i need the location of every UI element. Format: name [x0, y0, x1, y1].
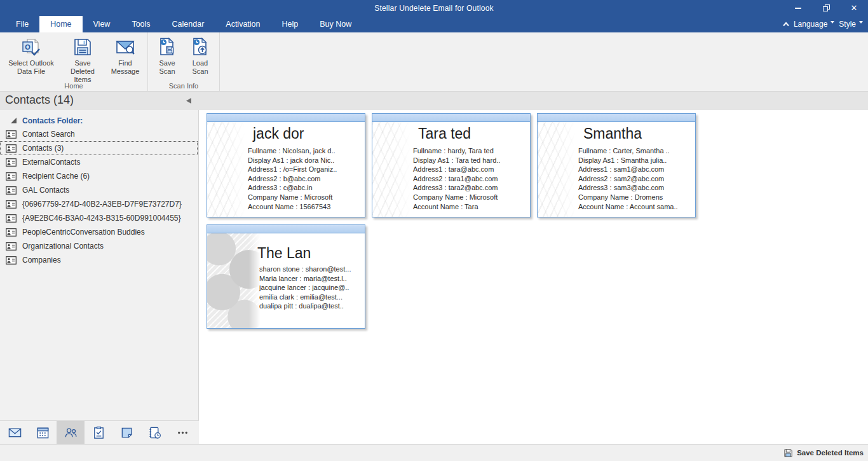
contact-card-icon [6, 242, 17, 251]
card-watermark [207, 122, 245, 217]
ribbon-group-label-scan-info: Scan Info [148, 82, 219, 90]
find-message-button[interactable]: Find Message [105, 34, 145, 76]
tab-activation[interactable]: Activation [215, 16, 271, 32]
tab-view[interactable]: View [83, 16, 121, 32]
card-watermark [207, 233, 261, 328]
minimize-icon [795, 8, 801, 9]
card-field: Address1 : sam1@abc.com [578, 165, 695, 174]
tab-calendar[interactable]: Calendar [161, 16, 215, 32]
save-icon [783, 448, 793, 458]
card-field: Fullname : Nicolsan, jack d.. [248, 146, 365, 156]
nav-people-button[interactable] [57, 421, 85, 444]
tree-root-contacts-folder[interactable]: Contacts Folder: [0, 114, 198, 127]
mail-icon [8, 425, 22, 440]
card-body: Smantha Fullname : Carter, Smantha .. Di… [538, 122, 695, 217]
save-deleted-items-status-button[interactable]: Save Deleted Items [783, 444, 864, 461]
sidebar-item-externalcontacts[interactable]: ExternalContacts [0, 155, 198, 169]
close-icon: ✕ [851, 4, 858, 12]
tab-buy-now[interactable]: Buy Now [309, 16, 362, 32]
card-field: sharon stone : sharon@test... [259, 265, 365, 274]
journal-icon [147, 425, 162, 440]
contact-card-icon [6, 214, 17, 223]
ellipsis-icon [175, 425, 190, 440]
collapse-sidebar-arrow-icon[interactable] [186, 98, 191, 104]
close-button[interactable]: ✕ [840, 0, 868, 16]
card-field: Account Name : Tara [413, 202, 530, 212]
card-field: Company Name : Microsoft [248, 193, 365, 202]
sidebar-item-organizational-contacts[interactable]: Organizational Contacts [0, 239, 198, 253]
module-navbar [0, 420, 199, 444]
contact-card-icon [6, 200, 17, 209]
ribbon: O Select Outlook Data File Save Deleted … [0, 32, 868, 92]
section-header-band: Contacts (14) [0, 92, 868, 110]
contact-card-icon [6, 130, 17, 139]
sidebar-item-recipient-cache[interactable]: Recipient Cache (6) [0, 169, 198, 183]
tab-help[interactable]: Help [271, 16, 309, 32]
sidebar: Contacts Folder: Contact Search Contacts… [0, 110, 199, 444]
restore-icon [823, 4, 830, 11]
tab-file[interactable]: File [5, 16, 39, 32]
save-deleted-items-icon [72, 37, 93, 57]
contact-card-icon [6, 172, 17, 181]
contact-name: jack dor [253, 125, 365, 142]
app-window: Stellar Undelete Email for Outlook ✕ Fil… [0, 0, 868, 461]
contact-name: Tara ted [418, 125, 530, 142]
people-icon [64, 425, 78, 440]
restore-button[interactable] [812, 0, 840, 16]
section-title: Contacts (14) [5, 93, 74, 107]
nav-journal-button[interactable] [140, 421, 168, 444]
contact-card-smantha[interactable]: Smantha Fullname : Carter, Smantha .. Di… [537, 113, 696, 217]
card-field: Address3 : sam3@abc.com [578, 183, 695, 193]
sidebar-item-guid-1[interactable]: {06967759-274D-40B2-A3EB-D7F9E73727D7} [0, 197, 198, 211]
contact-card-icon [6, 144, 17, 153]
save-scan-button[interactable]: Save Scan [151, 34, 184, 76]
card-field: Maria lancer : maria@test.l.. [259, 274, 365, 284]
card-field: dualipa pitt : dualipa@test.. [259, 301, 365, 311]
card-header-strip [207, 225, 365, 233]
sidebar-item-gal-contacts[interactable]: GAL Contacts [0, 183, 198, 197]
card-header-strip [538, 114, 695, 122]
nav-tasks-button[interactable] [85, 421, 112, 444]
window-title: Stellar Undelete Email for Outlook [0, 4, 868, 13]
card-field: Fullname : Carter, Smantha .. [578, 146, 695, 156]
contact-card-the-lan[interactable]: The Lan sharon stone : sharon@test... Ma… [207, 224, 365, 329]
card-field: Address2 : tara1@abc.com [413, 174, 530, 184]
card-field: Account Name : Account sama.. [578, 202, 695, 212]
card-field: Company Name : Microsoft [413, 193, 530, 202]
style-dropdown[interactable]: Style [839, 20, 863, 29]
minimize-button[interactable] [784, 0, 812, 16]
card-field: Address2 : b@abc.com [248, 174, 365, 184]
sidebar-item-companies[interactable]: Companies [0, 253, 198, 267]
contact-card-tara-ted[interactable]: Tara ted Fullname : hardy, Tara ted Disp… [372, 113, 531, 217]
find-message-icon [115, 37, 135, 57]
tab-home[interactable]: Home [39, 16, 82, 32]
chevron-up-icon[interactable] [783, 22, 789, 27]
sidebar-item-contacts[interactable]: Contacts (3) [0, 141, 198, 155]
select-outlook-data-file-button[interactable]: O Select Outlook Data File [3, 34, 60, 76]
nav-calendar-button[interactable] [29, 421, 57, 444]
language-dropdown[interactable]: Language [794, 20, 834, 29]
card-field: Address1 : tara@abc.com [413, 165, 530, 174]
card-field: Address3 : tara2@abc.com [413, 183, 530, 193]
card-header-strip [372, 114, 530, 122]
statusbar: Save Deleted Items [0, 444, 868, 461]
nav-more-button[interactable] [168, 421, 196, 444]
card-body: The Lan sharon stone : sharon@test... Ma… [207, 233, 365, 328]
nav-mail-button[interactable] [1, 421, 29, 444]
card-field: Address3 : c@abc.in [248, 183, 365, 193]
caret-down-icon [859, 21, 863, 24]
load-scan-button[interactable]: Load Scan [184, 34, 217, 76]
card-field: Display As1 : Smantha julia.. [578, 156, 695, 165]
menu-tabs: File Home View Tools Calendar Activation… [0, 16, 362, 32]
folders-tree: Contacts Folder: Contact Search Contacts… [0, 114, 198, 267]
contact-card-jack-dor[interactable]: jack dor Fullname : Nicolsan, jack d.. D… [207, 113, 365, 217]
tab-tools[interactable]: Tools [121, 16, 161, 32]
sidebar-item-contact-search[interactable]: Contact Search [0, 127, 198, 141]
card-header-strip [207, 114, 365, 122]
save-deleted-items-button[interactable]: Save Deleted Items [60, 34, 105, 84]
sidebar-item-guid-2[interactable]: {A9E2BC46-B3A0-4243-B315-60D991004455} [0, 211, 198, 225]
nav-notes-button[interactable] [112, 421, 140, 444]
sidebar-item-peoplecentric-buddies[interactable]: PeopleCentricConversation Buddies [0, 225, 198, 239]
card-field: Address1 : /o=First Organiz.. [248, 165, 365, 174]
ribbon-group-label-home: Home [0, 82, 147, 90]
